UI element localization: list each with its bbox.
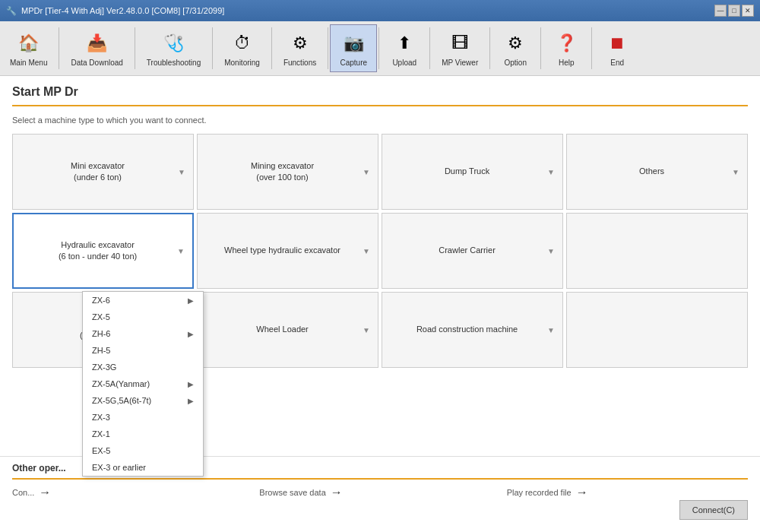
- dropdown-item-zx6[interactable]: ZX-6 ▶: [83, 292, 203, 309]
- title-bar-left: 🔧 MPDr [Tier-4 With Adj] Ver2.48.0.0 [CO…: [6, 6, 224, 16]
- end-label: End: [610, 59, 624, 67]
- mining-excavator-arrow-icon: ▼: [363, 168, 370, 176]
- toolbar-sep-7: [429, 27, 430, 69]
- mp-viewer-label: MP Viewer: [442, 59, 478, 67]
- dropdown-zx5g5a-label: ZX-5G,5A(6t-7t): [92, 396, 151, 405]
- machine-road-construction[interactable]: Road construction machine ▼: [382, 292, 563, 368]
- data-download-label: Data Download: [71, 59, 122, 67]
- dropdown-zh6-label: ZH-6: [92, 329, 110, 338]
- toolbar-functions[interactable]: ⚙ Functions: [274, 24, 326, 72]
- machine-wheel-type-label: Wheel type hydraulic excavator: [205, 245, 359, 256]
- toolbar-data-download[interactable]: 📥 Data Download: [61, 24, 132, 72]
- toolbar-sep-9: [540, 27, 541, 69]
- dropdown-item-zx5g5a[interactable]: ZX-5G,5A(6t-7t) ▶: [83, 392, 203, 409]
- monitoring-icon: ⏱: [229, 30, 256, 57]
- toolbar-help[interactable]: ❓ Help: [543, 24, 590, 72]
- help-label: Help: [559, 59, 575, 67]
- toolbar-option[interactable]: ⚙ Option: [492, 24, 539, 72]
- zx5a-yanmar-submenu-arrow-icon: ▶: [188, 380, 194, 388]
- bottom-actions: Con... → Browse save data → Play recorde…: [12, 486, 748, 499]
- machine-mining-excavator[interactable]: Mining excavator(over 100 ton) ▼: [197, 134, 378, 210]
- dropdown-zx5a-yanmar-label: ZX-5A(Yanmar): [92, 379, 150, 388]
- toolbar-sep-5: [328, 27, 328, 69]
- functions-icon: ⚙: [287, 30, 314, 57]
- functions-label: Functions: [283, 59, 316, 67]
- dropdown-item-zx1[interactable]: ZX-1: [83, 426, 203, 442]
- dropdown-item-zh6[interactable]: ZH-6 ▶: [83, 325, 203, 342]
- dropdown-zx1-label: ZX-1: [92, 429, 110, 439]
- machine-hydraulic-excavator-label: Hydraulic excavator(6 ton - under 40 ton…: [21, 239, 174, 263]
- toolbar-sep-4: [271, 27, 272, 69]
- connect-button[interactable]: Connect(C): [679, 500, 748, 520]
- main-menu-label: Main Menu: [10, 59, 47, 67]
- toolbar-end[interactable]: ⏹ End: [594, 24, 641, 72]
- maximize-button[interactable]: □: [728, 5, 740, 17]
- mp-viewer-icon: 🎞: [446, 30, 473, 57]
- page-subtitle: Select a machine type to which you want …: [12, 116, 748, 125]
- option-icon: ⚙: [502, 30, 529, 57]
- machine-crawler-carrier[interactable]: Crawler Carrier ▼: [382, 213, 563, 289]
- action-browse-save[interactable]: Browse save data →: [259, 486, 500, 499]
- machine-wheel-loader[interactable]: Wheel Loader ▼: [197, 292, 378, 368]
- machine-empty-2: [566, 292, 748, 368]
- wheel-loader-arrow-icon: ▼: [363, 326, 370, 334]
- page-title: Start MP Dr: [12, 85, 748, 99]
- app-icon: 🔧: [6, 6, 17, 16]
- machine-crawler-carrier-label: Crawler Carrier: [390, 245, 544, 256]
- toolbar-upload[interactable]: ⬆ Upload: [381, 24, 428, 72]
- machine-road-construction-label: Road construction machine: [390, 324, 544, 335]
- dropdown-item-zx5a-yanmar[interactable]: ZX-5A(Yanmar) ▶: [83, 375, 203, 392]
- dropdown-zx6-label: ZX-6: [92, 296, 110, 305]
- toolbar-sep-3: [212, 27, 213, 69]
- dropdown-item-ex3earlier[interactable]: EX-3 or earlier: [83, 459, 203, 476]
- wheel-type-arrow-icon: ▼: [363, 247, 370, 255]
- machine-dump-truck[interactable]: Dump Truck ▼: [382, 134, 563, 210]
- toolbar-troubleshooting[interactable]: 🩺 Troubleshooting: [137, 24, 211, 72]
- troubleshooting-label: Troubleshooting: [147, 59, 201, 67]
- machine-wheel-loader-label: Wheel Loader: [205, 324, 359, 335]
- dropdown-zh5-label: ZH-5: [92, 346, 110, 355]
- machine-mini-excavator[interactable]: Mini excavator(under 6 ton) ▼: [12, 134, 194, 210]
- title-bar: 🔧 MPDr [Tier-4 With Adj] Ver2.48.0.0 [CO…: [0, 0, 760, 21]
- action-play-recorded[interactable]: Play recorded file →: [507, 486, 748, 499]
- toolbar-monitoring[interactable]: ⏱ Monitoring: [214, 24, 270, 72]
- action-play-recorded-arrow-icon: →: [576, 486, 588, 499]
- zx5g5a-submenu-arrow-icon: ▶: [188, 397, 194, 405]
- dropdown-item-zx3g[interactable]: ZX-3G: [83, 359, 203, 375]
- action-connect[interactable]: Con... →: [12, 486, 253, 499]
- others-arrow-icon: ▼: [732, 168, 739, 176]
- toolbar-main-menu[interactable]: 🏠 Main Menu: [0, 24, 57, 72]
- machine-mini-excavator-label: Mini excavator(under 6 ton): [21, 160, 175, 184]
- upload-icon: ⬆: [391, 30, 418, 57]
- minimize-button[interactable]: —: [714, 5, 727, 17]
- monitoring-label: Monitoring: [224, 59, 260, 67]
- machine-others[interactable]: Others ▼: [566, 134, 748, 210]
- dropdown-zx3g-label: ZX-3G: [92, 363, 116, 372]
- machine-wheel-type[interactable]: Wheel type hydraulic excavator ▼: [197, 213, 378, 289]
- action-connect-arrow-icon: →: [39, 486, 51, 499]
- toolbar-sep-8: [489, 27, 490, 69]
- title-divider: [12, 105, 748, 106]
- toolbar-sep-1: [59, 27, 59, 69]
- close-button[interactable]: ✕: [742, 5, 754, 17]
- dropdown-item-zx3[interactable]: ZX-3: [83, 409, 203, 426]
- troubleshooting-icon: 🩺: [160, 30, 188, 57]
- option-label: Option: [505, 59, 527, 67]
- dropdown-item-zx5[interactable]: ZX-5: [83, 309, 203, 325]
- dropdown-zx5-label: ZX-5: [92, 312, 110, 321]
- capture-icon: 📷: [340, 30, 367, 57]
- mini-excavator-arrow-icon: ▼: [178, 168, 185, 176]
- dump-truck-arrow-icon: ▼: [547, 168, 555, 176]
- app-title: MPDr [Tier-4 With Adj] Ver2.48.0.0 [COM8…: [21, 6, 224, 15]
- dropdown-item-zh5[interactable]: ZH-5: [83, 342, 203, 359]
- road-construction-arrow-icon: ▼: [547, 326, 555, 334]
- machine-mining-excavator-label: Mining excavator(over 100 ton): [205, 160, 359, 184]
- title-bar-controls: — □ ✕: [714, 5, 754, 17]
- hydraulic-excavator-arrow-icon: ▼: [177, 247, 185, 255]
- toolbar-capture[interactable]: 📷 Capture: [330, 24, 377, 72]
- capture-label: Capture: [340, 59, 367, 67]
- other-ops-divider: [12, 478, 748, 480]
- machine-hydraulic-excavator[interactable]: Hydraulic excavator(6 ton - under 40 ton…: [12, 213, 194, 289]
- dropdown-item-ex5[interactable]: EX-5: [83, 442, 203, 459]
- toolbar-mp-viewer[interactable]: 🎞 MP Viewer: [432, 24, 488, 72]
